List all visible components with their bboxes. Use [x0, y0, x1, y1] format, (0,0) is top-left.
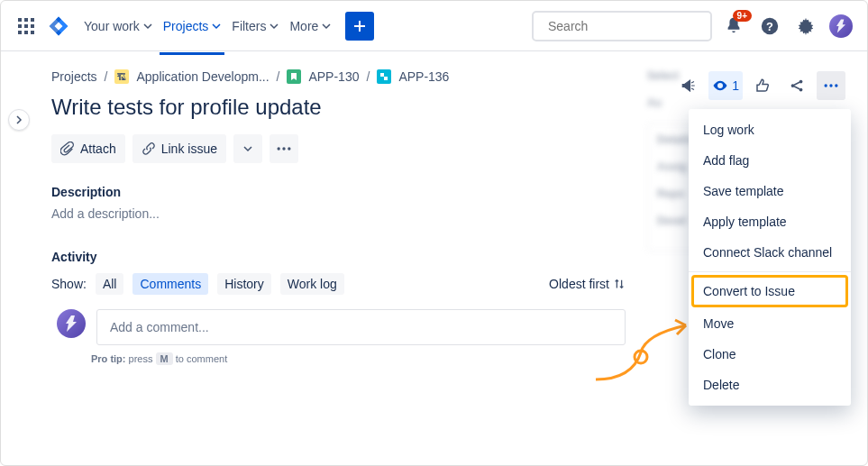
svg-rect-6: [18, 31, 22, 34]
menu-convert-to-issue[interactable]: Convert to Issue: [692, 276, 847, 306]
menu-move[interactable]: Move: [689, 308, 851, 339]
menu-add-flag[interactable]: Add flag: [689, 145, 851, 176]
chevron-down-icon: [143, 22, 152, 31]
attach-label: Attach: [80, 142, 116, 156]
menu-clone[interactable]: Clone: [689, 339, 851, 370]
menu-apply-template[interactable]: Apply template: [689, 206, 851, 237]
link-label: Link issue: [161, 142, 217, 156]
menu-connect-slack[interactable]: Connect Slack channel: [689, 237, 851, 268]
nav-filters[interactable]: Filters: [228, 12, 282, 41]
tab-history[interactable]: History: [217, 273, 271, 295]
sort-button[interactable]: Oldest first: [549, 277, 626, 291]
chevron-right-icon: [14, 115, 23, 124]
profile-avatar[interactable]: [829, 14, 853, 38]
svg-rect-2: [31, 18, 34, 22]
help-icon[interactable]: ?: [755, 12, 784, 41]
menu-log-work[interactable]: Log work: [689, 114, 851, 145]
project-icon: 🏗: [114, 69, 129, 84]
sort-icon: [613, 278, 626, 290]
svg-rect-19: [384, 77, 388, 80]
menu-save-template[interactable]: Save template: [689, 176, 851, 206]
activity-label: Activity: [51, 250, 626, 264]
menu-delete[interactable]: Delete: [689, 370, 851, 400]
protip: Pro tip: press M to comment: [91, 352, 626, 365]
svg-point-20: [277, 147, 279, 150]
plus-icon: [352, 19, 367, 33]
show-label: Show:: [51, 277, 87, 291]
tab-worklog[interactable]: Work log: [280, 273, 344, 295]
chevron-down-icon: [322, 22, 331, 31]
breadcrumb-parent[interactable]: APP-130: [308, 69, 359, 84]
search-field[interactable]: [548, 19, 706, 33]
description-label: Description: [51, 185, 626, 199]
nav-label: More: [289, 19, 318, 33]
svg-rect-4: [24, 24, 28, 28]
issue-title[interactable]: Write tests for profile update: [51, 95, 626, 120]
nav-label: Filters: [232, 19, 266, 33]
link-issue-dropdown[interactable]: [233, 134, 262, 163]
notification-badge: 9+: [733, 10, 752, 22]
issue-left-column: Projects / 🏗 Application Developm... / A…: [51, 69, 626, 447]
attach-button[interactable]: Attach: [51, 134, 125, 163]
issue-toolbar: Attach Link issue: [51, 134, 626, 163]
tab-comments[interactable]: Comments: [132, 273, 208, 295]
svg-rect-1: [24, 18, 28, 22]
search-input[interactable]: [532, 11, 712, 41]
svg-rect-18: [380, 73, 384, 77]
comment-input[interactable]: Add a comment...: [96, 309, 626, 345]
chevron-down-icon: [270, 22, 279, 31]
chevron-down-icon: [212, 22, 221, 31]
link-issue-button[interactable]: Link issue: [132, 134, 226, 163]
comment-row: Add a comment...: [51, 309, 626, 345]
sidebar-toggle[interactable]: [8, 109, 30, 131]
breadcrumb-issue[interactable]: APP-136: [398, 69, 449, 84]
svg-rect-5: [31, 24, 34, 28]
story-type-icon: [287, 69, 301, 84]
svg-text:?: ?: [766, 19, 773, 32]
notifications-icon[interactable]: 9+: [719, 12, 748, 41]
activity-tabs: Show: All Comments History Work log Olde…: [51, 273, 626, 295]
sort-label: Oldest first: [549, 277, 609, 291]
link-icon: [142, 142, 156, 156]
breadcrumb-project[interactable]: Application Developm...: [136, 69, 269, 84]
breadcrumb-projects[interactable]: Projects: [51, 69, 97, 84]
more-toolbar-button[interactable]: [270, 134, 298, 163]
attachment-icon: [60, 142, 75, 156]
top-nav: Your work Projects Filters More 9+ ?: [1, 1, 867, 51]
subtask-type-icon: [377, 69, 391, 84]
svg-point-22: [288, 147, 290, 150]
create-button[interactable]: [345, 12, 374, 41]
nav-more[interactable]: More: [286, 12, 334, 41]
more-actions-menu: Log work Add flag Save template Apply te…: [689, 109, 851, 406]
nav-your-work[interactable]: Your work: [80, 12, 156, 41]
breadcrumb: Projects / 🏗 Application Developm... / A…: [51, 69, 626, 84]
svg-rect-7: [24, 31, 28, 34]
nav-label: Your work: [84, 19, 140, 33]
keyboard-shortcut: M: [156, 352, 173, 365]
nav-projects[interactable]: Projects: [160, 12, 225, 41]
svg-rect-0: [18, 18, 22, 22]
settings-icon[interactable]: [791, 12, 820, 41]
nav-label: Projects: [163, 19, 209, 33]
description-field[interactable]: Add a description...: [51, 206, 626, 221]
svg-point-21: [282, 147, 285, 150]
jira-logo-icon[interactable]: [48, 15, 69, 37]
svg-rect-8: [31, 31, 34, 34]
more-horizontal-icon: [275, 140, 293, 158]
svg-rect-3: [18, 24, 22, 28]
app-switcher-icon[interactable]: [15, 15, 37, 37]
user-avatar: [57, 309, 86, 338]
menu-separator: [689, 271, 851, 272]
chevron-down-icon: [243, 144, 252, 153]
tab-all[interactable]: All: [96, 273, 124, 295]
